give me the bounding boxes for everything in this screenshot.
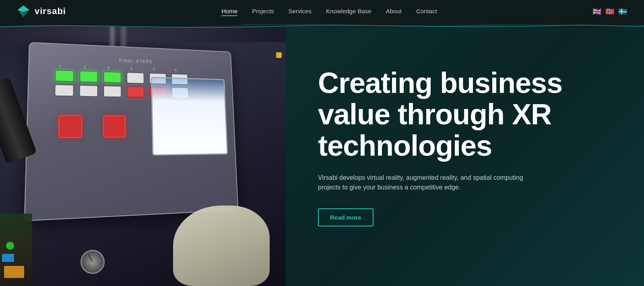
logo-area[interactable]: virsabi bbox=[16, 4, 66, 19]
panel-screen bbox=[151, 77, 228, 156]
hero-image-bg: FINAL STEPS 1 2 3 4 5 6 bbox=[0, 0, 286, 286]
big-red-btn-1 bbox=[58, 115, 82, 138]
nav-link-home[interactable]: Home bbox=[221, 8, 237, 16]
navbar: virsabi Home Projects Services Knowledge… bbox=[0, 0, 644, 22]
nav-item-home[interactable]: Home bbox=[221, 8, 237, 15]
btn-pair-3 bbox=[103, 72, 121, 97]
dial-gauge bbox=[80, 250, 105, 274]
nav-link-knowledge[interactable]: Knowledge Base bbox=[326, 8, 372, 14]
nav-link-projects[interactable]: Projects bbox=[252, 8, 274, 14]
num-5: 5 bbox=[145, 67, 162, 72]
nav-link-services[interactable]: Services bbox=[289, 8, 312, 14]
nav-links: Home Projects Services Knowledge Base Ab… bbox=[221, 8, 437, 15]
nav-item-projects[interactable]: Projects bbox=[252, 8, 274, 15]
virsabi-logo-icon bbox=[16, 4, 31, 19]
btn-red-4 bbox=[127, 86, 144, 97]
flag-sv[interactable]: 🇸🇪 bbox=[618, 8, 628, 14]
flag-no[interactable]: 🇳🇴 bbox=[605, 8, 615, 14]
nav-item-services[interactable]: Services bbox=[289, 8, 312, 15]
btn-green-1 bbox=[55, 70, 74, 82]
hero-image-panel: FINAL STEPS 1 2 3 4 5 6 bbox=[0, 0, 286, 286]
num-4: 4 bbox=[123, 66, 140, 71]
num-2: 2 bbox=[76, 65, 94, 69]
nav-item-about[interactable]: About bbox=[386, 8, 402, 15]
num-6: 6 bbox=[167, 68, 184, 72]
big-red-btn-2 bbox=[103, 115, 126, 138]
gloved-hand bbox=[173, 206, 270, 286]
hero-text-panel: Creating business value through XR techn… bbox=[286, 0, 644, 286]
btn-white-2 bbox=[79, 85, 98, 97]
vr-control-panel: FINAL STEPS 1 2 3 4 5 6 bbox=[24, 42, 239, 221]
read-more-button[interactable]: Read more bbox=[318, 208, 374, 226]
hero-subtext: Virsabi develops virtual reality, augmen… bbox=[318, 173, 535, 192]
nav-item-knowledge[interactable]: Knowledge Base bbox=[326, 8, 372, 15]
btn-green-2 bbox=[80, 71, 98, 82]
btn-pair-1 bbox=[55, 70, 74, 96]
num-1: 1 bbox=[51, 64, 70, 68]
panel-label: FINAL STEPS bbox=[119, 58, 153, 64]
btn-pair-2 bbox=[79, 71, 98, 97]
num-3: 3 bbox=[99, 66, 117, 70]
hero-headline: Creating business value through XR techn… bbox=[318, 68, 612, 161]
logo-text: virsabi bbox=[35, 6, 66, 16]
btn-white-1 bbox=[55, 84, 74, 96]
btn-pair-4 bbox=[127, 72, 144, 98]
wave-decoration bbox=[0, 22, 644, 31]
main-layout: FINAL STEPS 1 2 3 4 5 6 bbox=[0, 0, 644, 286]
flag-en[interactable]: 🇬🇧 bbox=[592, 8, 602, 14]
nav-link-contact[interactable]: Contact bbox=[416, 8, 437, 14]
language-selector: 🇬🇧 🇳🇴 🇸🇪 bbox=[592, 8, 628, 14]
btn-white-4t bbox=[127, 72, 144, 84]
yellow-accent bbox=[276, 52, 282, 58]
big-red-buttons bbox=[58, 115, 126, 138]
nav-item-contact[interactable]: Contact bbox=[416, 8, 437, 15]
btn-white-3 bbox=[103, 86, 121, 97]
btn-green-3 bbox=[103, 72, 121, 83]
nav-link-about[interactable]: About bbox=[386, 8, 402, 14]
